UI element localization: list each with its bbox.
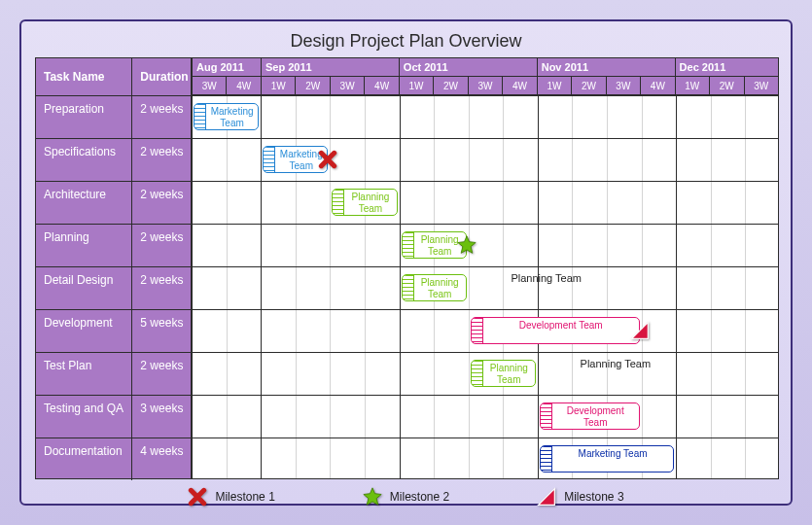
- gantt-bar[interactable]: Planning Team: [471, 360, 536, 387]
- gantt-grid: Marketing Team Marketing Team Planning T…: [192, 95, 778, 478]
- legend: Milestone 1Milestone 2Milestone 3: [35, 479, 777, 507]
- legend-item: Milestone 2: [363, 487, 449, 507]
- milestone-icon: [318, 150, 337, 169]
- week-header: 4W: [502, 77, 536, 94]
- task-name: Detail Design: [36, 267, 132, 309]
- milestone-icon: [630, 321, 650, 340]
- legend-item: Milestone 3: [537, 487, 623, 507]
- bar-label: Marketing Team: [554, 448, 671, 470]
- month-header: Nov 2011: [537, 58, 675, 76]
- week-header: 3W: [606, 77, 640, 94]
- gridline: [400, 95, 401, 478]
- task-name: Planning: [36, 225, 132, 266]
- bar-hatch: [264, 147, 275, 172]
- gridline: [503, 95, 504, 478]
- legend-item: Milestone 1: [188, 487, 274, 507]
- gridline: [711, 95, 712, 478]
- week-header: 4W: [364, 77, 398, 94]
- task-list: Preparation 2 weeks Specifications 2 wee…: [36, 95, 192, 478]
- month-header: Aug 2011: [192, 58, 261, 76]
- task-duration: 3 weeks: [132, 396, 191, 438]
- gridline: [192, 395, 778, 396]
- gridline: [469, 95, 470, 478]
- gridline: [676, 95, 677, 478]
- bar-label: Planning Team: [485, 363, 533, 384]
- gantt-bar[interactable]: Planning Team: [332, 189, 397, 216]
- bar-label: Planning Team: [346, 192, 394, 213]
- bar-annotation: Planning Team: [577, 358, 654, 369]
- gantt-bar[interactable]: Development Team: [471, 317, 640, 344]
- gridline: [227, 95, 228, 478]
- gridline: [192, 181, 778, 182]
- gridline: [538, 95, 539, 478]
- gridline: [192, 266, 778, 267]
- task-row: Development 5 weeks: [36, 309, 191, 352]
- task-row: Testing and QA 3 weeks: [36, 395, 191, 438]
- task-row: Planning 2 weeks: [36, 224, 191, 266]
- bar-hatch: [403, 275, 414, 300]
- gridline: [745, 95, 746, 478]
- task-duration: 2 weeks: [132, 267, 191, 309]
- week-header: 3W: [744, 77, 778, 94]
- task-name: Architecture: [36, 182, 132, 224]
- gridline: [192, 95, 778, 96]
- gridline: [192, 352, 778, 353]
- task-duration: 2 weeks: [132, 96, 191, 138]
- task-row: Architecture 2 weeks: [36, 181, 191, 224]
- week-header: 3W: [468, 77, 502, 94]
- legend-label: Milestone 3: [564, 490, 623, 504]
- milestone-icon: [457, 235, 477, 255]
- week-header: 2W: [709, 77, 743, 94]
- task-duration: 4 weeks: [132, 438, 191, 480]
- chart-title: Design Project Plan Overview: [35, 27, 777, 57]
- task-row: Specifications 2 weeks: [36, 138, 191, 181]
- week-header: 4W: [226, 77, 260, 94]
- gantt-bar[interactable]: Marketing Team: [194, 103, 259, 130]
- week-header: 3W: [330, 77, 364, 94]
- task-duration: 5 weeks: [132, 310, 191, 352]
- week-header: 1W: [537, 77, 571, 94]
- gridline: [642, 95, 643, 478]
- week-header: 4W: [640, 77, 674, 94]
- gantt-bar[interactable]: Planning Team: [402, 274, 467, 301]
- gantt-bar[interactable]: Development Team: [540, 402, 640, 430]
- gridline: [365, 95, 366, 478]
- months-row: Aug 2011Sep 2011Oct 2011Nov 2011Dec 2011: [192, 58, 778, 77]
- col-task: Task Name: [36, 58, 132, 95]
- bar-label: Marketing Team: [208, 106, 256, 127]
- task-name: Documentation: [36, 438, 132, 480]
- task-name: Development: [36, 310, 132, 352]
- task-duration: 2 weeks: [132, 225, 191, 266]
- week-header: 2W: [571, 77, 605, 94]
- bar-hatch: [541, 403, 552, 429]
- gridline: [261, 95, 262, 478]
- task-duration: 2 weeks: [132, 139, 191, 181]
- task-name: Specifications: [36, 139, 132, 181]
- bar-annotation: Planning Team: [508, 272, 585, 284]
- header-left: Task Name Duration: [36, 58, 192, 95]
- task-row: Detail Design 2 weeks: [36, 266, 191, 309]
- gridline: [192, 224, 778, 225]
- gridline: [192, 438, 778, 438]
- task-name: Test Plan: [36, 353, 132, 395]
- legend-label: Milestone 1: [215, 490, 274, 504]
- week-header: 2W: [433, 77, 467, 94]
- gantt-chart: Task Name Duration Aug 2011Sep 2011Oct 2…: [35, 57, 779, 479]
- bar-hatch: [194, 104, 206, 129]
- task-row: Preparation 2 weeks: [36, 95, 191, 138]
- week-header: 2W: [295, 77, 329, 94]
- week-header: 1W: [261, 77, 295, 94]
- bar-hatch: [403, 232, 414, 258]
- gridline: [192, 138, 778, 139]
- gantt-bar[interactable]: Marketing Team: [540, 445, 674, 472]
- bar-hatch: [472, 318, 483, 343]
- gridline: [192, 95, 193, 478]
- task-name: Testing and QA: [36, 396, 132, 438]
- task-row: Test Plan 2 weeks: [36, 352, 191, 395]
- task-duration: 2 weeks: [132, 353, 191, 395]
- bar-hatch: [541, 446, 552, 472]
- month-header: Sep 2011: [261, 58, 399, 76]
- bar-label: Development Team: [554, 405, 637, 427]
- gantt-card: Design Project Plan Overview Task Name D…: [19, 19, 793, 506]
- task-duration: 2 weeks: [132, 182, 191, 224]
